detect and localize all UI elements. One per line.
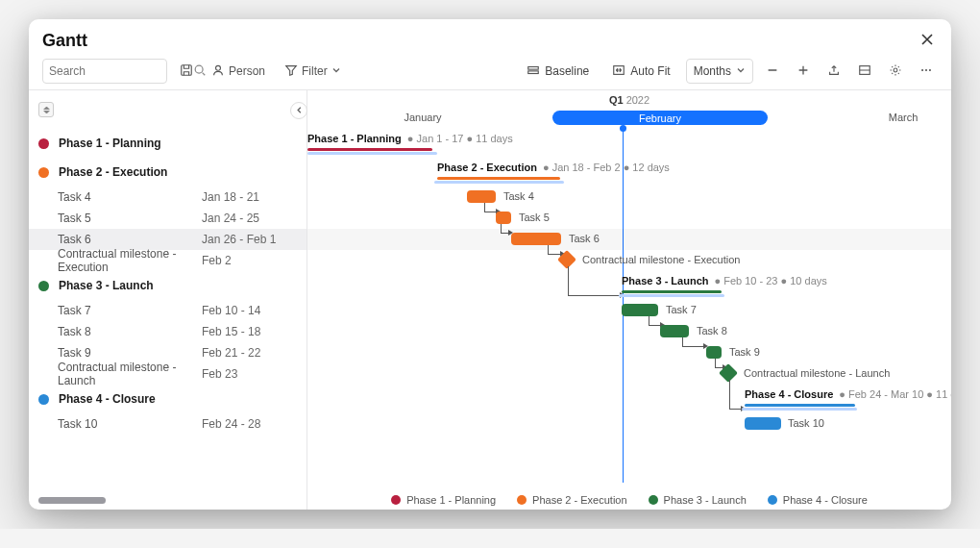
legend-item: Phase 1 - Planning xyxy=(391,494,496,506)
month-row: January February March xyxy=(307,110,951,129)
autofit-icon xyxy=(612,63,625,80)
baseline-button[interactable]: Baseline xyxy=(519,59,597,84)
phase-label: Phase 3 - Launch xyxy=(59,279,154,292)
svg-point-10 xyxy=(929,68,931,70)
task-row[interactable]: Contractual milestone - LaunchFeb 23 xyxy=(29,363,306,385)
bar-row[interactable]: Task 6 xyxy=(307,229,951,250)
svg-point-9 xyxy=(925,68,927,70)
summary-row-execution[interactable]: Phase 2 - Execution ● Jan 18 - Feb 2 ● 1… xyxy=(307,158,951,187)
svg-rect-3 xyxy=(528,66,539,69)
month-pill-february: February xyxy=(552,111,768,125)
close-button[interactable] xyxy=(917,29,938,53)
legend-item: Phase 3 - Launch xyxy=(649,494,747,506)
task-bar[interactable] xyxy=(745,417,781,430)
search-input[interactable] xyxy=(49,64,193,78)
milestone-diamond[interactable] xyxy=(719,363,738,383)
task-row[interactable]: Task 7Feb 10 - 14 xyxy=(29,300,306,321)
bar-row[interactable]: Task 7 xyxy=(307,300,951,321)
task-row[interactable]: Task 4Jan 18 - 21 xyxy=(29,187,306,208)
task-row[interactable]: Task 8Feb 15 - 18 xyxy=(29,321,306,342)
phase-dot-icon xyxy=(38,167,49,178)
bar-row[interactable]: Task 10 xyxy=(307,413,951,435)
layout-icon xyxy=(858,63,871,80)
milestone-row[interactable]: Contractual milestone - Launch xyxy=(307,363,951,385)
chevron-down-icon xyxy=(331,64,341,78)
task-bar[interactable] xyxy=(622,304,658,316)
milestone-diamond[interactable] xyxy=(557,250,576,269)
month-label: January xyxy=(404,112,441,123)
phase-row-execution[interactable]: Phase 2 - Execution xyxy=(29,158,306,187)
filter-icon xyxy=(284,63,298,80)
task-bar[interactable] xyxy=(467,190,496,203)
time-header: Q1 2022 January February March xyxy=(307,90,951,129)
title-bar: Gantt xyxy=(29,19,951,59)
svg-point-8 xyxy=(921,68,923,70)
task-list: Phase 1 - Planning Phase 2 - Execution T… xyxy=(29,129,306,510)
phase-row-closure[interactable]: Phase 4 - Closure xyxy=(29,385,306,413)
zoom-out-button[interactable] xyxy=(761,60,784,83)
task-bar[interactable] xyxy=(706,346,722,359)
gantt-chart[interactable]: Q1 2022 January February March Phase 1 -… xyxy=(307,90,951,510)
chevron-down-icon xyxy=(736,64,746,78)
task-row[interactable]: Task 10Feb 24 - 28 xyxy=(29,413,306,435)
task-panel-header xyxy=(29,90,306,129)
phase-label: Phase 4 - Closure xyxy=(59,392,156,406)
close-icon xyxy=(920,36,934,49)
minus-icon xyxy=(766,63,779,80)
zoom-in-button[interactable] xyxy=(792,60,815,83)
search-box[interactable] xyxy=(42,59,167,84)
task-bar[interactable] xyxy=(660,325,689,337)
phase-label: Phase 1 - Planning xyxy=(59,137,161,150)
task-bar[interactable] xyxy=(496,212,511,224)
task-row[interactable]: Contractual milestone - ExecutionFeb 2 xyxy=(29,250,306,271)
summary-row-closure[interactable]: Phase 4 - Closure ● Feb 24 - Mar 10 ● 11… xyxy=(307,385,951,413)
phase-row-planning[interactable]: Phase 1 - Planning xyxy=(29,129,306,158)
autofit-button[interactable]: Auto Fit xyxy=(604,59,677,84)
task-panel: Phase 1 - Planning Phase 2 - Execution T… xyxy=(29,90,307,510)
layout-button[interactable] xyxy=(853,60,876,83)
legend-item: Phase 2 - Execution xyxy=(517,494,626,506)
more-icon xyxy=(919,63,933,80)
chevron-left-icon xyxy=(295,104,304,117)
person-icon xyxy=(211,63,225,80)
gear-icon xyxy=(889,63,902,80)
collapse-all-button[interactable] xyxy=(38,102,54,117)
settings-button[interactable] xyxy=(884,60,907,83)
svg-point-7 xyxy=(894,68,897,72)
svg-rect-4 xyxy=(528,70,539,73)
bar-row[interactable]: Task 8 xyxy=(307,321,951,342)
phase-row-launch[interactable]: Phase 3 - Launch xyxy=(29,271,306,300)
save-view-button[interactable] xyxy=(175,60,198,83)
milestone-row[interactable]: Contractual milestone - Execution xyxy=(307,250,951,271)
phase-dot-icon xyxy=(38,138,49,149)
phase-dot-icon xyxy=(38,394,49,405)
horizontal-scrollbar[interactable] xyxy=(38,497,106,504)
page-title: Gantt xyxy=(42,31,87,51)
panel-collapse-button[interactable] xyxy=(290,102,307,119)
baseline-icon xyxy=(527,63,540,80)
chart-rows: Phase 1 - Planning ● Jan 1 - 17 ● 11 day… xyxy=(307,129,951,435)
quarter-label: Q1 2022 xyxy=(307,90,951,110)
svg-rect-1 xyxy=(182,64,192,75)
filter-label: Filter xyxy=(302,64,328,78)
task-row[interactable]: Task 5Jan 24 - 25 xyxy=(29,208,306,229)
plus-icon xyxy=(796,63,810,80)
person-filter-button[interactable]: Person xyxy=(206,59,271,84)
phase-label: Phase 2 - Execution xyxy=(59,165,167,179)
filter-button[interactable]: Filter xyxy=(279,59,347,84)
gantt-body: Phase 1 - Planning Phase 2 - Execution T… xyxy=(29,89,951,510)
person-label: Person xyxy=(229,64,265,78)
summary-row-launch[interactable]: Phase 3 - Launch ● Feb 10 - 23 ● 10 days xyxy=(307,271,951,300)
time-unit-select[interactable]: Months xyxy=(686,59,753,84)
svg-point-2 xyxy=(216,65,221,70)
more-button[interactable] xyxy=(915,60,938,83)
save-icon xyxy=(180,63,193,80)
summary-row-planning[interactable]: Phase 1 - Planning ● Jan 1 - 17 ● 11 day… xyxy=(307,129,951,158)
export-button[interactable] xyxy=(822,60,845,83)
bar-row[interactable]: Task 9 xyxy=(307,342,951,363)
task-bar[interactable] xyxy=(511,233,561,245)
bar-row[interactable]: Task 5 xyxy=(307,208,951,229)
autofit-label: Auto Fit xyxy=(630,64,670,78)
time-unit-label: Months xyxy=(694,64,731,78)
bar-row[interactable]: Task 4 xyxy=(307,187,951,208)
